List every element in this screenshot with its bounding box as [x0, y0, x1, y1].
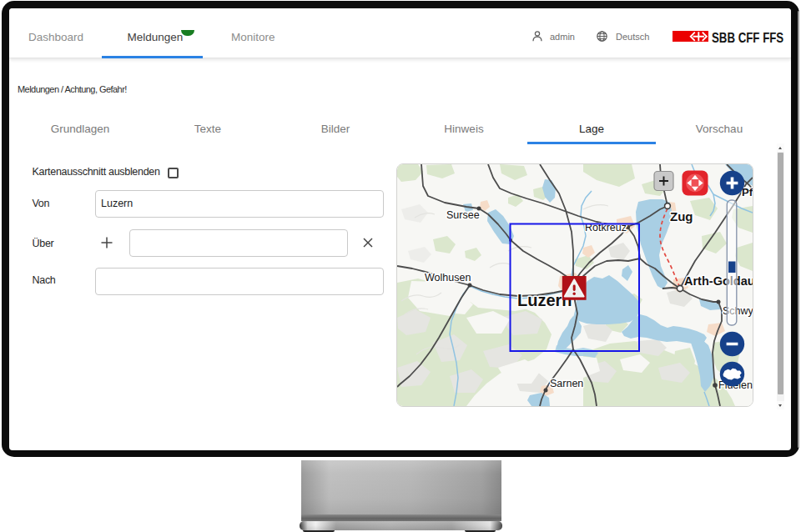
- svg-text:Sursee: Sursee: [446, 209, 480, 221]
- svg-text:Zug: Zug: [670, 209, 693, 223]
- svg-text:Wolhusen: Wolhusen: [425, 271, 471, 283]
- svg-text:Sarnen: Sarnen: [550, 378, 583, 389]
- svg-text:Arth-Goldau: Arth-Goldau: [684, 274, 753, 288]
